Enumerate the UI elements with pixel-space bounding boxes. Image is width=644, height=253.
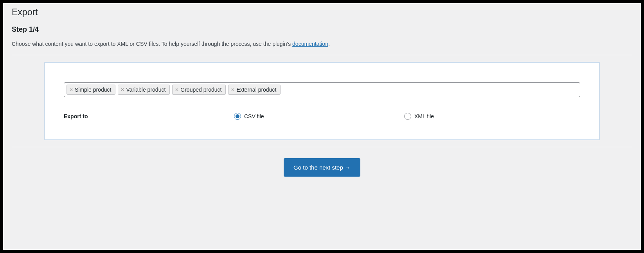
tag-label: External product — [236, 87, 276, 93]
page-title: Export — [12, 7, 632, 18]
description-text-suffix: . — [328, 41, 330, 47]
button-row: Go to the next step → — [12, 158, 632, 177]
radio-xml-label: XML file — [414, 113, 434, 119]
step-description: Choose what content you want to export t… — [12, 41, 632, 47]
export-settings-card: ✕ Simple product ✕ Variable product ✕ Gr… — [45, 62, 599, 140]
radio-xml[interactable] — [404, 113, 411, 120]
export-page: Export Step 1/4 Choose what content you … — [3, 3, 641, 250]
remove-tag-icon[interactable]: ✕ — [121, 87, 124, 92]
remove-tag-icon[interactable]: ✕ — [231, 87, 235, 92]
radio-csv-label: CSV file — [244, 113, 264, 119]
documentation-link[interactable]: documentation — [292, 41, 328, 47]
remove-tag-icon[interactable]: ✕ — [69, 87, 73, 92]
radio-csv[interactable] — [234, 113, 241, 120]
tag-label: Variable product — [126, 87, 165, 93]
tag-simple-product[interactable]: ✕ Simple product — [67, 85, 115, 95]
next-step-button[interactable]: Go to the next step → — [284, 158, 360, 177]
export-to-row: Export to CSV file XML file — [64, 113, 580, 120]
tag-grouped-product[interactable]: ✕ Grouped product — [172, 85, 226, 95]
divider — [12, 147, 632, 147]
remove-tag-icon[interactable]: ✕ — [175, 87, 179, 92]
radio-option-csv[interactable]: CSV file — [234, 113, 404, 120]
tag-variable-product[interactable]: ✕ Variable product — [118, 85, 170, 95]
tag-label: Simple product — [75, 87, 111, 93]
step-heading: Step 1/4 — [12, 25, 632, 34]
tag-external-product[interactable]: ✕ External product — [228, 85, 281, 95]
radio-option-xml[interactable]: XML file — [404, 113, 434, 120]
divider — [12, 55, 632, 55]
product-type-select[interactable]: ✕ Simple product ✕ Variable product ✕ Gr… — [64, 82, 580, 97]
description-text-prefix: Choose what content you want to export t… — [12, 41, 292, 47]
tag-label: Grouped product — [180, 87, 221, 93]
export-to-label: Export to — [64, 113, 234, 119]
export-to-radio-group: CSV file XML file — [234, 113, 580, 120]
